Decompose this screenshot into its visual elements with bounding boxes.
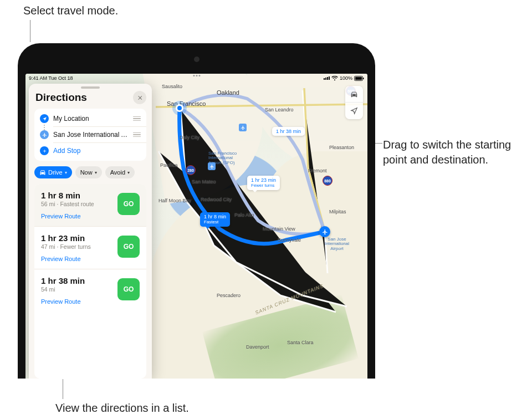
battery-icon: [354, 76, 364, 81]
airport-icon: [40, 130, 49, 139]
drag-handle-icon[interactable]: [133, 132, 141, 137]
close-icon: [137, 95, 143, 101]
label-oakland: Oakland: [217, 89, 239, 96]
battery-pct: 100%: [340, 75, 352, 81]
preview-route-link[interactable]: Preview Route: [41, 213, 112, 219]
route-time: 1 hr 38 min: [41, 276, 112, 285]
stop-to[interactable]: San Jose International A…: [34, 127, 146, 142]
label-pacifica: Pacifica: [160, 162, 178, 168]
plus-icon: [40, 146, 49, 155]
screen: 9:41 AM Tue Oct 18 100%: [25, 74, 367, 379]
callout-switch-points: Drag to switch the starting point and de…: [383, 137, 523, 167]
svg-rect-2: [363, 78, 364, 79]
destination-marker-icon: [319, 226, 330, 237]
hwy-shield-880: 880: [323, 176, 332, 186]
route-meta: 54 mi: [41, 286, 112, 293]
drag-handle-icon[interactable]: [133, 116, 141, 121]
label-pescadero: Pescadero: [217, 293, 241, 298]
callout-line: [30, 20, 30, 42]
locate-button[interactable]: [345, 103, 363, 119]
label-pleasanton: Pleasanton: [329, 145, 354, 150]
label-sausalito: Sausalito: [162, 84, 182, 89]
label-palo-alto: Palo Alto: [234, 212, 254, 218]
callout-travel-mode: Select travel mode.: [23, 3, 118, 18]
route-option[interactable]: 1 hr 38 min 54 mi Preview Route GO: [34, 269, 146, 311]
svg-rect-1: [355, 77, 362, 80]
route-badge-alt2[interactable]: 1 hr 38 min: [272, 127, 305, 136]
location-icon: [40, 114, 49, 123]
label-sunnyvale: Sunnyvale: [278, 237, 301, 243]
label-san-mateo: San Mateo: [192, 179, 216, 185]
label-davenport: Davenport: [246, 344, 269, 350]
map-controls: [345, 86, 363, 119]
go-button[interactable]: GO: [117, 278, 140, 300]
route-badge-note: Fastest: [204, 219, 226, 224]
route-option[interactable]: 1 hr 23 min 47 mi · Fewer turns Preview …: [34, 227, 146, 269]
stop-from[interactable]: My Location: [34, 111, 146, 126]
route-time: 1 hr 23 min: [41, 233, 112, 243]
origin-marker-icon: [176, 104, 183, 112]
route-meta: 47 mi · Fewer turns: [41, 243, 112, 250]
preview-route-link[interactable]: Preview Route: [41, 298, 112, 305]
directions-panel: Directions My Location: [29, 84, 152, 379]
stop-from-label: My Location: [53, 115, 129, 122]
go-button[interactable]: GO: [117, 193, 140, 215]
label-daly-city: Daly City: [180, 135, 200, 140]
callout-view-list: View the directions in a list.: [55, 401, 189, 416]
callout-line: [63, 379, 63, 399]
label-santa-clara: Santa Clara: [287, 340, 314, 345]
status-time: 9:41 AM Tue Oct 18: [29, 75, 73, 81]
routes-list: 1 hr 8 min 56 mi · Fastest route Preview…: [34, 184, 146, 379]
add-stop-label: Add Stop: [53, 147, 141, 155]
route-badge-note: Fewer turns: [251, 183, 276, 188]
travel-mode-selector[interactable]: Drive ▾: [34, 166, 72, 178]
label-mountain-view: Mountain View: [263, 226, 295, 232]
route-badge-time: 1 hr 8 min: [204, 214, 226, 219]
map-mode-button[interactable]: [345, 86, 363, 103]
label-san-francisco: San Francisco: [167, 100, 206, 107]
label-redwood-city: Redwood City: [201, 197, 232, 202]
status-bar: 9:41 AM Tue Oct 18 100%: [25, 74, 367, 83]
sjc-label: San Jose International Airport: [325, 237, 349, 251]
route-option[interactable]: 1 hr 8 min 56 mi · Fastest route Preview…: [34, 184, 146, 227]
travel-mode-label: Drive: [48, 169, 63, 176]
when-selector[interactable]: Now ▾: [75, 166, 102, 178]
label-san-leandro: San Leandro: [265, 107, 294, 113]
camera-icon: [194, 57, 200, 62]
avoid-label: Avoid: [110, 169, 125, 176]
add-stop-button[interactable]: Add Stop: [34, 143, 146, 159]
car-icon: [39, 169, 46, 176]
label-half-moon-bay: Half Moon Bay: [158, 198, 191, 203]
chevron-down-icon: ▾: [65, 170, 67, 175]
chevron-down-icon: ▾: [95, 170, 97, 175]
avoid-selector[interactable]: Avoid ▾: [105, 166, 135, 178]
cellular-icon: [324, 76, 330, 80]
wifi-icon: [331, 76, 338, 81]
stops-list: My Location San Jose International A…: [34, 109, 146, 161]
airport-pin-icon: [208, 162, 216, 170]
preview-route-link[interactable]: Preview Route: [41, 256, 112, 262]
airport-pin-icon: [239, 124, 247, 131]
panel-grabber[interactable]: [81, 86, 100, 89]
route-badge-alt1[interactable]: 1 hr 23 min Fewer turns: [247, 176, 280, 190]
route-badge-time: 1 hr 23 min: [251, 177, 276, 183]
stop-to-label: San Jose International A…: [53, 131, 129, 139]
route-time: 1 hr 8 min: [41, 191, 112, 200]
ipad-frame: 9:41 AM Tue Oct 18 100%: [18, 43, 375, 379]
filter-row: Drive ▾ Now ▾ Avoid ▾: [29, 166, 152, 184]
go-button[interactable]: GO: [117, 236, 140, 258]
route-badge-fastest[interactable]: 1 hr 8 min Fastest: [200, 212, 230, 227]
label-milpitas: Milpitas: [329, 209, 346, 214]
route-badge-time: 1 hr 38 min: [276, 129, 301, 134]
close-button[interactable]: [133, 91, 146, 104]
when-label: Now: [80, 169, 93, 176]
multitask-indicator-icon: [193, 75, 200, 76]
label-fremont: Fremont: [308, 168, 327, 173]
chevron-down-icon: ▾: [127, 170, 130, 175]
panel-title: Directions: [35, 91, 87, 104]
route-meta: 56 mi · Fastest route: [41, 201, 112, 207]
hwy-shield-280: 280: [186, 165, 196, 175]
